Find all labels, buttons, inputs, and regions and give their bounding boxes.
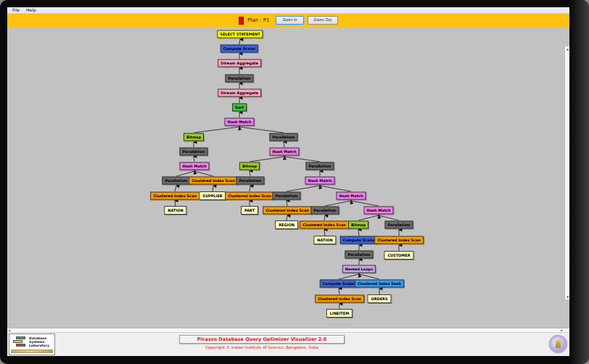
plan-node-hash-match[interactable]: Hash Match bbox=[336, 192, 366, 200]
footer-bar: Database Systems Laboratory Picasso Data… bbox=[7, 332, 569, 356]
plan-node-region[interactable]: REGION bbox=[275, 220, 298, 229]
plan-node-hash-match[interactable]: Hash Match bbox=[269, 148, 299, 156]
plan-edge bbox=[239, 39, 240, 44]
plan-node-select-statement[interactable]: SELECT STATEMENT bbox=[217, 30, 263, 38]
plan-node-stream-aggregate[interactable]: Stream Aggregate bbox=[218, 89, 261, 97]
copyright-text: Copyright © Indian Institute of Science,… bbox=[179, 345, 345, 349]
plan-toolbar: Plan : P1 Zoom In Zoom Out bbox=[7, 14, 569, 27]
plan-edge bbox=[194, 157, 194, 162]
plan-edge bbox=[287, 186, 320, 191]
plan-node-parallelism[interactable]: Parallelism bbox=[162, 177, 190, 185]
plan-color-marker-icon bbox=[239, 17, 244, 25]
plan-node-compute-scalar[interactable]: Compute Scalar bbox=[340, 236, 378, 244]
plan-node-clustered-index-scan[interactable]: Clustered Index Scan bbox=[263, 207, 312, 215]
plan-edge bbox=[324, 230, 325, 236]
menu-bar: File Help bbox=[7, 7, 569, 14]
dsl-lab-logo: Database Systems Laboratory bbox=[9, 334, 55, 355]
plan-edge bbox=[175, 201, 176, 206]
plan-edge bbox=[239, 127, 284, 133]
scroll-up-icon[interactable]: ▲ bbox=[565, 47, 569, 51]
plan-node-parallelism[interactable]: Parallelism bbox=[179, 148, 207, 156]
plan-edge bbox=[358, 215, 379, 220]
plan-node-bitmap[interactable]: Bitmap bbox=[239, 162, 260, 170]
plan-node-parallelism[interactable]: Parallelism bbox=[236, 177, 264, 185]
plan-edge bbox=[194, 127, 239, 133]
plan-node-customer[interactable]: CUSTOMER bbox=[384, 251, 413, 260]
plan-edge bbox=[284, 157, 320, 162]
plan-edge bbox=[250, 157, 284, 162]
plan-edge bbox=[194, 171, 213, 176]
dsl-lab-name: Database Systems Laboratory bbox=[29, 336, 49, 348]
plan-node-clustered-index-seek[interactable]: Clustered Index Seek bbox=[355, 280, 404, 288]
menu-help[interactable]: Help bbox=[23, 7, 39, 13]
plan-node-nation[interactable]: NATION bbox=[164, 206, 186, 215]
plan-edge bbox=[284, 142, 284, 147]
plan-edge bbox=[325, 201, 351, 206]
plan-node-bitmap[interactable]: Bitmap bbox=[348, 221, 368, 229]
dsl-bars-icon bbox=[12, 336, 28, 348]
scroll-down-icon[interactable]: ▼ bbox=[565, 295, 569, 299]
plan-label: Plan : P1 bbox=[247, 17, 269, 23]
plan-node-clustered-index-scan[interactable]: Clustered Index Scan bbox=[315, 295, 364, 303]
plan-node-parallelism[interactable]: Parallelism bbox=[384, 221, 413, 229]
app-title: Picasso Database Query Optimizer Visuali… bbox=[197, 336, 327, 342]
dsl-logo-strip bbox=[11, 349, 53, 353]
plan-edge bbox=[250, 171, 250, 176]
plan-node-clustered-index-scan[interactable]: Clustered Index Scan bbox=[300, 221, 349, 229]
plan-node-nested-loops[interactable]: Nested Loops bbox=[342, 265, 376, 273]
plan-node-sort[interactable]: Sort bbox=[232, 104, 247, 112]
plan-edge bbox=[175, 186, 176, 191]
plan-node-parallelism[interactable]: Parallelism bbox=[310, 207, 339, 215]
plan-node-parallelism[interactable]: Parallelism bbox=[305, 162, 334, 170]
plan-node-hash-match[interactable]: Hash Match bbox=[363, 207, 393, 215]
plan-edge bbox=[358, 230, 359, 236]
menu-file[interactable]: File bbox=[9, 7, 22, 13]
vertical-scrollbar[interactable]: ▲ ▼ bbox=[564, 46, 569, 299]
plan-node-clustered-index-scan[interactable]: Clustered Index Scan bbox=[374, 236, 424, 244]
plan-node-part[interactable]: PART bbox=[241, 206, 258, 215]
iisc-seal-icon bbox=[549, 335, 567, 353]
zoom-in-button[interactable]: Zoom In bbox=[276, 16, 303, 25]
plan-edge bbox=[339, 274, 359, 279]
plan-node-nation[interactable]: NATION bbox=[313, 236, 336, 244]
plan-node-clustered-index-scan[interactable]: Clustered Index Scan bbox=[150, 192, 199, 200]
plan-node-hash-match[interactable]: Hash Match bbox=[224, 118, 254, 126]
plan-node-stream-aggregate[interactable]: Stream Aggregate bbox=[218, 59, 261, 67]
plan-edge bbox=[379, 215, 399, 220]
plan-edge bbox=[339, 289, 339, 294]
plan-edge bbox=[287, 201, 287, 206]
plan-node-clustered-index-scan[interactable]: Clustered Index Scan bbox=[189, 177, 238, 185]
plan-node-hash-match[interactable]: Hash Match bbox=[305, 177, 334, 185]
plan-edge bbox=[359, 274, 379, 279]
plan-edge bbox=[324, 215, 325, 220]
app-window-frame: File Help Plan : P1 Zoom In Zoom Out SEL… bbox=[0, 0, 589, 364]
plan-node-parallelism[interactable]: Parallelism bbox=[225, 75, 253, 83]
plan-tree-canvas[interactable]: SELECT STATEMENTCompute ScalarStream Agg… bbox=[7, 27, 569, 328]
plan-node-lineitem[interactable]: LINEITEM bbox=[326, 309, 353, 318]
plan-node-parallelism[interactable]: Parallelism bbox=[269, 133, 297, 141]
plan-tree-layer: SELECT STATEMENTCompute ScalarStream Agg… bbox=[7, 27, 569, 328]
plan-node-parallelism[interactable]: Parallelism bbox=[345, 251, 373, 259]
plan-edge bbox=[213, 186, 213, 191]
plan-node-clustered-index-scan[interactable]: Clustered Index Scan bbox=[225, 192, 274, 200]
plan-node-hash-match[interactable]: Hash Match bbox=[179, 162, 209, 170]
zoom-out-button[interactable]: Zoom Out bbox=[308, 16, 338, 25]
plan-node-parallelism[interactable]: Parallelism bbox=[272, 192, 300, 200]
plan-tree-edges bbox=[7, 27, 569, 328]
plan-node-orders[interactable]: ORDERS bbox=[367, 294, 391, 303]
plan-node-supplier[interactable]: SUPPLIER bbox=[199, 191, 226, 200]
app-title-box: Picasso Database Query Optimizer Visuali… bbox=[179, 335, 345, 344]
plan-node-compute-scalar[interactable]: Compute Scalar bbox=[221, 45, 258, 53]
plan-edge bbox=[287, 215, 287, 220]
plan-edge bbox=[250, 186, 250, 191]
plan-node-bitmap[interactable]: Bitmap bbox=[184, 133, 204, 141]
plan-node-compute-scalar[interactable]: Compute Scalar bbox=[320, 280, 358, 288]
plan-edge bbox=[320, 186, 351, 191]
plan-edge bbox=[351, 201, 379, 206]
picasso-app-window: File Help Plan : P1 Zoom In Zoom Out SEL… bbox=[7, 7, 569, 356]
plan-edge bbox=[176, 171, 194, 176]
